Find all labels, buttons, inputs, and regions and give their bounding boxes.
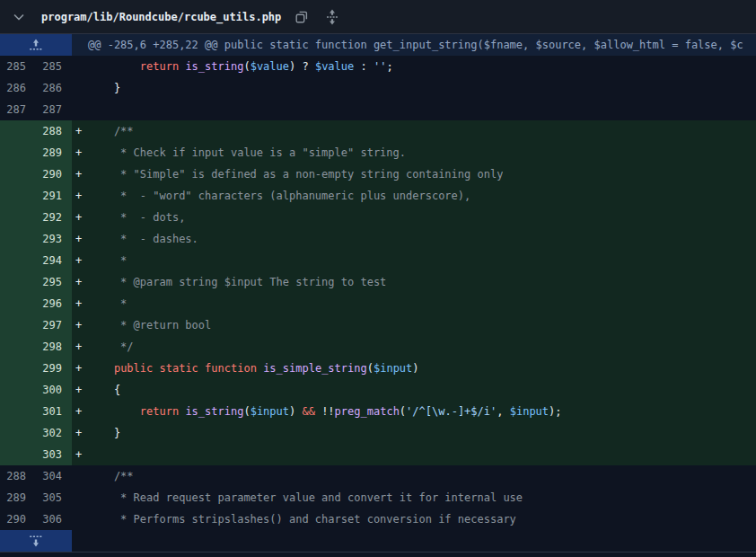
old-line-number[interactable]: [0, 422, 36, 444]
old-line-number[interactable]: [0, 120, 36, 142]
file-path: program/lib/Roundcube/rcube_utils.php: [41, 11, 281, 23]
expand-all-hunks-button[interactable]: [322, 7, 342, 27]
expand-row-filler: [72, 530, 756, 552]
code-line: * Read request parameter value and conve…: [88, 487, 523, 508]
old-line-number[interactable]: [0, 401, 36, 422]
diff-row-context: 289305 * Read request parameter value an…: [0, 487, 756, 508]
diff-marker: [72, 77, 88, 99]
copy-path-button[interactable]: [292, 7, 312, 27]
code-line: */: [88, 336, 134, 358]
diff-marker: +: [72, 228, 88, 250]
new-line-number[interactable]: 298: [36, 336, 72, 358]
collapse-file-button[interactable]: [9, 7, 29, 27]
old-line-number[interactable]: [0, 336, 36, 358]
unfold-vertical-icon: [326, 9, 338, 25]
code-line: /**: [88, 465, 134, 487]
diff-marker: +: [72, 444, 88, 465]
diff-row-context: 286286 }: [0, 77, 756, 99]
new-line-number[interactable]: 306: [36, 508, 72, 530]
diff-row-added: 289+ * Check if input value is a "simple…: [0, 142, 756, 164]
diff-marker: +: [72, 293, 88, 314]
diff-marker: [72, 487, 88, 508]
expand-bottom-row: [0, 530, 756, 553]
old-line-number[interactable]: 290: [0, 508, 36, 530]
new-line-number[interactable]: 299: [36, 358, 72, 379]
diff-marker: +: [72, 358, 88, 379]
diff-marker: [72, 465, 88, 487]
diff-row-added: 288+ /**: [0, 120, 756, 142]
old-line-number[interactable]: [0, 142, 36, 164]
diff-row-added: 296+ *: [0, 293, 756, 314]
code-line: }: [88, 77, 120, 99]
old-line-number[interactable]: [0, 379, 36, 401]
diff-row-added: 293+ * - dashes.: [0, 228, 756, 250]
new-line-number[interactable]: 294: [36, 250, 72, 271]
new-line-number[interactable]: 288: [36, 120, 72, 142]
new-line-number[interactable]: 289: [36, 142, 72, 164]
old-line-number[interactable]: 289: [0, 487, 36, 508]
old-line-number[interactable]: [0, 207, 36, 228]
diff-marker: +: [72, 379, 88, 401]
new-line-number[interactable]: 286: [36, 77, 72, 99]
new-line-number[interactable]: 292: [36, 207, 72, 228]
old-line-number[interactable]: [0, 358, 36, 379]
code-line: *: [88, 250, 127, 271]
new-line-number[interactable]: 303: [36, 444, 72, 465]
code-line: * "Simple" is defined as a non-empty str…: [88, 164, 503, 185]
new-line-number[interactable]: 305: [36, 487, 72, 508]
code-line: * - dashes.: [88, 228, 198, 250]
diff-marker: [72, 56, 88, 77]
new-line-number[interactable]: 285: [36, 56, 72, 77]
old-line-number[interactable]: [0, 444, 36, 465]
code-line: *: [88, 293, 127, 314]
new-line-number[interactable]: 297: [36, 314, 72, 336]
file-header: program/lib/Roundcube/rcube_utils.php: [0, 0, 756, 34]
diff-row-context: 290306 * Performs stripslashes() and cha…: [0, 508, 756, 530]
old-line-number[interactable]: 287: [0, 99, 36, 120]
diff-row-added: 299+ public static function is_simple_st…: [0, 358, 756, 379]
new-line-number[interactable]: 300: [36, 379, 72, 401]
old-line-number[interactable]: 286: [0, 77, 36, 99]
diff-marker: +: [72, 142, 88, 164]
new-line-number[interactable]: 304: [36, 465, 72, 487]
diff-marker: +: [72, 250, 88, 271]
old-line-number[interactable]: [0, 293, 36, 314]
diff-marker: +: [72, 185, 88, 207]
fold-down-icon: [29, 535, 43, 547]
diff-row-added: 292+ * - dots,: [0, 207, 756, 228]
diff-view: @@ -285,6 +285,22 @@ public static funct…: [0, 34, 756, 553]
hunk-header-row: @@ -285,6 +285,22 @@ public static funct…: [0, 34, 756, 56]
diff-row-added: 298+ */: [0, 336, 756, 358]
expand-up-button[interactable]: [0, 34, 72, 56]
old-line-number[interactable]: [0, 250, 36, 271]
new-line-number[interactable]: 302: [36, 422, 72, 444]
diff-row-added: 300+ {: [0, 379, 756, 401]
new-line-number[interactable]: 290: [36, 164, 72, 185]
new-line-number[interactable]: 296: [36, 293, 72, 314]
old-line-number[interactable]: [0, 271, 36, 293]
diff-marker: +: [72, 422, 88, 444]
old-line-number[interactable]: 288: [0, 465, 36, 487]
new-line-number[interactable]: 293: [36, 228, 72, 250]
code-line: {: [88, 379, 120, 401]
code-line: * Performs stripslashes() and charset co…: [88, 508, 516, 530]
new-line-number[interactable]: 287: [36, 99, 72, 120]
new-line-number[interactable]: 301: [36, 401, 72, 422]
old-line-number[interactable]: [0, 314, 36, 336]
diff-row-added: 301+ return is_string($input) && !!preg_…: [0, 401, 756, 422]
fold-up-icon: [29, 39, 43, 51]
new-line-number[interactable]: 291: [36, 185, 72, 207]
old-line-number[interactable]: 285: [0, 56, 36, 77]
old-line-number[interactable]: [0, 164, 36, 185]
diff-row-added: 291+ * - "word" characters (alphanumeric…: [0, 185, 756, 207]
old-line-number[interactable]: [0, 185, 36, 207]
diff-marker: +: [72, 401, 88, 422]
code-line: return is_string($input) && !!preg_match…: [88, 401, 562, 422]
code-line: /**: [88, 120, 134, 142]
code-line: public static function is_simple_string(…: [88, 358, 419, 379]
code-line: }: [88, 422, 120, 444]
new-line-number[interactable]: 295: [36, 271, 72, 293]
diff-marker: +: [72, 314, 88, 336]
old-line-number[interactable]: [0, 228, 36, 250]
expand-down-button[interactable]: [0, 530, 72, 552]
